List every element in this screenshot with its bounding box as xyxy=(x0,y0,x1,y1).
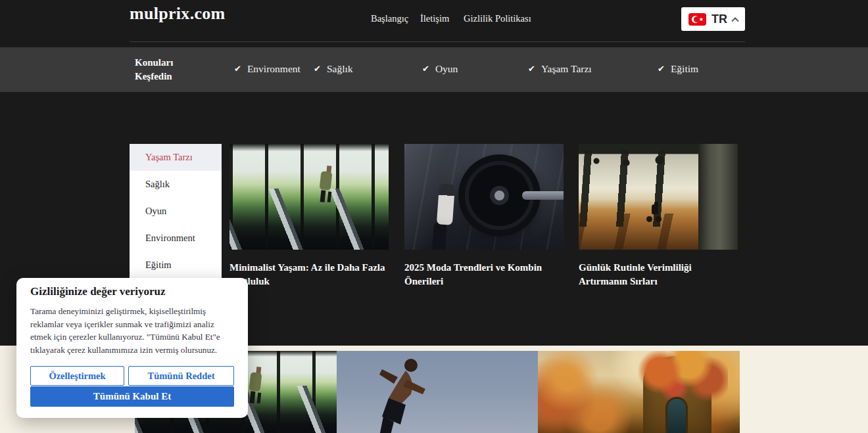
language-selector[interactable]: ★ TR xyxy=(681,7,745,31)
cookie-consent-dialog: Gizliliğinize değer veriyoruz Tarama den… xyxy=(16,278,248,418)
check-icon: ✔ xyxy=(422,64,429,74)
nav-link-iletisim[interactable]: İletişim xyxy=(420,13,449,24)
cookie-dialog-title: Gizliliğinize değer veriyoruz xyxy=(30,285,166,298)
article-card: Günlük Rutinle Verimliliği Artırmanın Sı… xyxy=(579,144,738,288)
check-icon: ✔ xyxy=(314,64,321,74)
sidebar-item-environment[interactable]: Environment xyxy=(130,225,222,252)
sidebar-item-egitim[interactable]: Eğitim xyxy=(130,252,222,279)
check-icon: ✔ xyxy=(528,64,535,74)
header: mulprix.com Başlangıç İletişim Gizlilik … xyxy=(0,0,868,47)
explore-topics-title: Konuları Keşfedin xyxy=(135,56,195,83)
check-icon: ✔ xyxy=(658,64,665,74)
gallery-image-sprinter[interactable] xyxy=(337,351,539,433)
topic-label: Oyun xyxy=(435,63,458,75)
language-code: TR xyxy=(711,12,727,26)
article-card: 2025 Moda Trendleri ve Kombin Önerileri xyxy=(404,144,564,288)
article-image-bridge-cyclist[interactable] xyxy=(579,144,738,250)
topic-toggle-yasam-tarzi[interactable]: ✔ Yaşam Tarzı xyxy=(528,63,592,75)
flag-crescent xyxy=(692,16,699,23)
article-image-gym-treadmills[interactable] xyxy=(229,144,389,250)
customize-button[interactable]: Özelleştirmek xyxy=(30,366,124,386)
topic-toggle-environment[interactable]: ✔ Environment xyxy=(234,63,301,75)
nav-link-baslangic[interactable]: Başlangıç xyxy=(371,13,408,24)
leg-sock-graphic xyxy=(437,183,455,225)
topics-bar: Konuları Keşfedin ✔ Environment ✔ Sağlık… xyxy=(0,47,868,92)
chevron-up-icon xyxy=(731,17,738,24)
nav-link-gizlilik-politikasi[interactable]: Gizlilik Politikası xyxy=(464,13,531,24)
article-title[interactable]: Minimalist Yaşam: Az ile Daha Fazla Mutl… xyxy=(229,261,389,288)
header-divider xyxy=(130,41,745,42)
gallery-image-autumn-fantasy-door[interactable] xyxy=(538,351,740,433)
sidebar-item-yasam-tarzi[interactable]: Yaşam Tarzı xyxy=(130,144,222,171)
article-title[interactable]: 2025 Moda Trendleri ve Kombin Önerileri xyxy=(404,261,564,288)
article-title[interactable]: Günlük Rutinle Verimliliği Artırmanın Sı… xyxy=(579,261,738,288)
topic-label: Yaşam Tarzı xyxy=(541,63,592,75)
topic-toggle-saglik[interactable]: ✔ Sağlık xyxy=(314,63,353,75)
topic-toggle-egitim[interactable]: ✔ Eğitim xyxy=(658,63,698,75)
article-image-barbell-deadlift[interactable] xyxy=(404,144,564,250)
sidebar-item-oyun[interactable]: Oyun xyxy=(130,198,222,225)
cookie-button-row: Özelleştirmek Tümünü Reddet xyxy=(30,366,234,386)
sprinter-silhouette-graphic xyxy=(341,351,458,433)
article-card: Minimalist Yaşam: Az ile Daha Fazla Mutl… xyxy=(229,144,389,288)
reject-all-button[interactable]: Tümünü Reddet xyxy=(128,366,234,386)
ground-shadows-graphic xyxy=(579,214,698,250)
topic-toggle-oyun[interactable]: ✔ Oyun xyxy=(422,63,458,75)
topic-label: Eğitim xyxy=(671,63,698,75)
bridge-lamps-graphic xyxy=(589,156,687,166)
fantasy-door-graphic xyxy=(665,397,688,433)
site-logo[interactable]: mulprix.com xyxy=(130,4,226,24)
flag-star: ★ xyxy=(699,16,704,23)
cookie-dialog-body: Tarama deneyiminizi geliştirmek, kişisel… xyxy=(30,305,237,356)
stone-pillar-graphic xyxy=(698,144,738,250)
category-sidebar: Yaşam Tarzı Sağlık Oyun Environment Eğit… xyxy=(130,144,222,279)
cyclist-silhouette-graphic xyxy=(646,204,664,222)
topic-label: Sağlık xyxy=(327,63,353,75)
page: mulprix.com Başlangıç İletişim Gizlilik … xyxy=(0,0,868,433)
topic-label: Environment xyxy=(247,63,301,75)
turkish-flag-icon: ★ xyxy=(688,13,706,26)
sidebar-item-saglik[interactable]: Sağlık xyxy=(130,171,222,198)
check-icon: ✔ xyxy=(234,64,241,74)
accept-all-button[interactable]: Tümünü Kabul Et xyxy=(30,386,234,407)
